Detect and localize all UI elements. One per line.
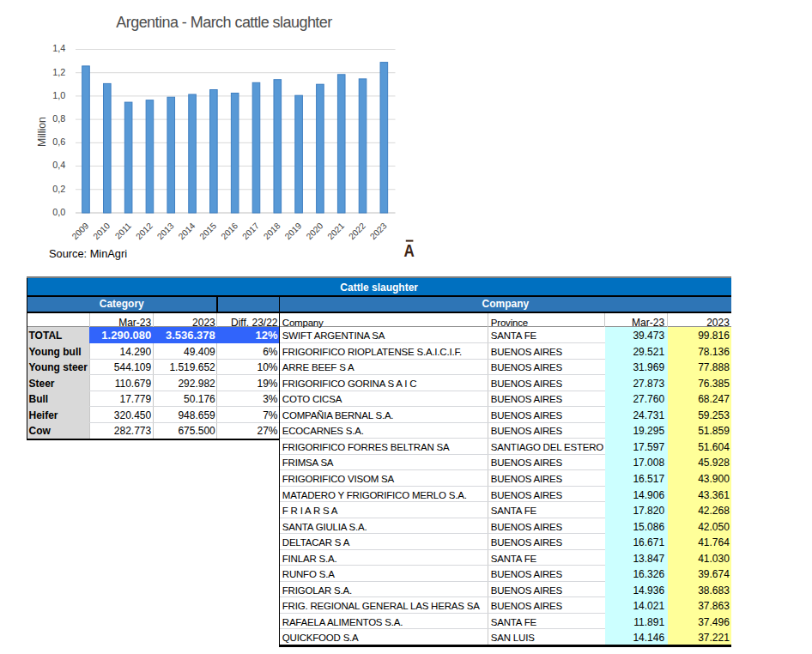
svg-text:0,6: 0,6 [52,136,65,147]
svg-text:2012: 2012 [134,221,155,241]
svg-text:2016: 2016 [219,221,239,241]
svg-text:2009: 2009 [70,221,91,241]
svg-text:Source: MinAgri: Source: MinAgri [49,247,127,260]
svg-text:2011: 2011 [113,221,134,241]
svg-text:0,8: 0,8 [52,113,65,124]
svg-text:Argentina - March cattle slaug: Argentina - March cattle slaughter [116,14,332,31]
svg-text:1,2: 1,2 [52,67,65,77]
svg-text:1,0: 1,0 [52,90,65,100]
svg-text:2019: 2019 [283,221,304,241]
svg-text:2021: 2021 [325,221,346,241]
svg-text:2013: 2013 [155,221,176,241]
svg-text:2015: 2015 [197,221,218,241]
svg-text:Million: Million [36,117,48,147]
svg-text:A: A [404,240,415,260]
svg-text:2018: 2018 [262,221,282,241]
svg-text:2017: 2017 [240,221,261,241]
svg-text:2010: 2010 [91,221,112,241]
svg-text:1,4: 1,4 [52,43,65,53]
svg-text:2023: 2023 [368,221,389,241]
svg-text:0,2: 0,2 [52,184,65,194]
svg-text:0,0: 0,0 [52,207,65,217]
svg-text:2020: 2020 [305,221,325,241]
svg-text:2022: 2022 [347,221,367,241]
svg-text:2014: 2014 [177,221,197,241]
svg-text:0,4: 0,4 [52,160,65,170]
